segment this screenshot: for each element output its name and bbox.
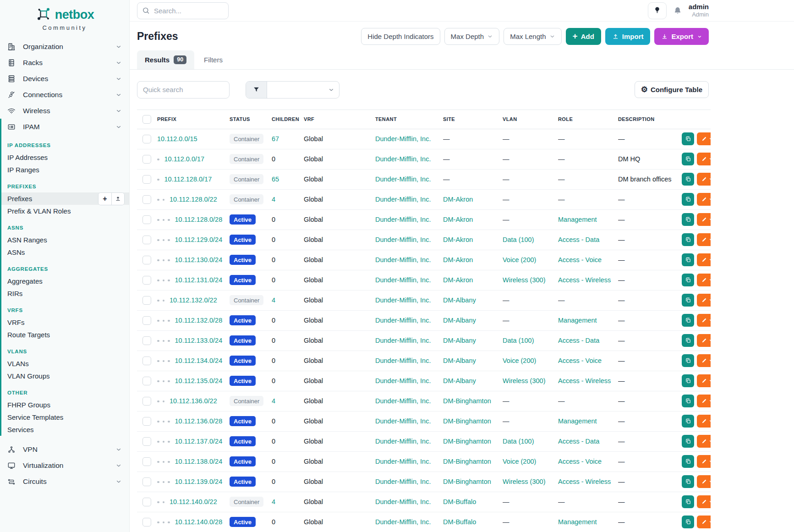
row-checkbox[interactable] — [142, 236, 151, 244]
vlan-link[interactable]: Voice (200) — [503, 256, 536, 263]
row-checkbox[interactable] — [142, 155, 151, 164]
row-checkbox[interactable] — [142, 498, 151, 506]
site-link[interactable]: DM-Binghamton — [443, 417, 491, 425]
sidebar-item-devices[interactable]: Devices — [0, 71, 129, 87]
children-link[interactable]: 4 — [272, 196, 275, 203]
role-link[interactable]: Access - Data — [558, 438, 599, 445]
row-checkbox[interactable] — [142, 417, 151, 426]
configure-table-button[interactable]: ⚙ Configure Table — [635, 81, 709, 98]
clone-button[interactable] — [682, 334, 694, 347]
vlan-link[interactable]: Wireless (300) — [503, 478, 545, 485]
row-checkbox[interactable] — [142, 457, 151, 466]
sidebar-item-vlan-groups[interactable]: VLAN Groups — [1, 370, 129, 382]
edit-button[interactable] — [697, 294, 711, 307]
max-depth-dropdown[interactable]: Max Depth — [444, 28, 500, 45]
site-link[interactable]: DM-Akron — [443, 236, 473, 243]
clone-button[interactable] — [682, 274, 694, 286]
edit-button[interactable] — [697, 516, 711, 528]
sidebar-item-connections[interactable]: Connections — [0, 87, 129, 103]
column-header-description[interactable]: DESCRIPTION — [618, 110, 682, 129]
notifications-bell-icon[interactable] — [674, 6, 682, 15]
sidebar-item-fhrp-groups[interactable]: FHRP Groups — [1, 399, 129, 411]
edit-button[interactable] — [697, 435, 711, 448]
tenant-link[interactable]: Dunder-Mifflin, Inc. — [375, 357, 431, 364]
column-header-role[interactable]: ROLE — [558, 110, 618, 129]
row-checkbox[interactable] — [142, 256, 151, 264]
tenant-link[interactable]: Dunder-Mifflin, Inc. — [375, 135, 431, 143]
sidebar-item-aggregates[interactable]: Aggregates — [1, 275, 129, 287]
netbox-logo[interactable]: netbox — [0, 6, 129, 23]
tenant-link[interactable]: Dunder-Mifflin, Inc. — [375, 417, 431, 425]
prefix-link[interactable]: 10.112.135.0/24 — [175, 377, 223, 384]
add-prefix-button[interactable]: + — [99, 193, 111, 205]
row-checkbox[interactable] — [142, 276, 151, 285]
sidebar-item-route-targets[interactable]: Route Targets — [1, 329, 129, 341]
prefix-link[interactable]: 10.112.140.0/22 — [170, 498, 217, 505]
edit-button[interactable] — [697, 153, 711, 165]
import-prefix-button[interactable] — [111, 193, 124, 205]
edit-button[interactable] — [697, 193, 711, 206]
prefix-link[interactable]: 10.112.136.0/22 — [170, 397, 217, 405]
row-checkbox[interactable] — [142, 175, 151, 184]
site-link[interactable]: DM-Albany — [443, 337, 476, 344]
vlan-link[interactable]: Data (100) — [503, 337, 534, 344]
tenant-link[interactable]: Dunder-Mifflin, Inc. — [375, 397, 431, 405]
site-link[interactable]: DM-Albany — [443, 357, 476, 364]
tenant-link[interactable]: Dunder-Mifflin, Inc. — [375, 478, 431, 485]
sidebar-item-circuits[interactable]: Circuits — [0, 473, 129, 489]
tenant-link[interactable]: Dunder-Mifflin, Inc. — [375, 236, 431, 243]
site-link[interactable]: DM-Binghamton — [443, 397, 491, 405]
column-header-prefix[interactable]: PREFIX — [157, 110, 230, 129]
edit-button[interactable] — [697, 253, 711, 266]
clone-button[interactable] — [682, 435, 694, 448]
role-link[interactable]: Access - Wireless — [558, 478, 611, 485]
row-checkbox[interactable] — [142, 397, 151, 406]
prefix-link[interactable]: 10.112.140.0/28 — [175, 518, 223, 526]
clone-button[interactable] — [682, 153, 694, 165]
search-input[interactable] — [137, 2, 229, 19]
children-link[interactable]: 4 — [272, 397, 275, 405]
role-link[interactable]: Access - Data — [558, 236, 599, 243]
site-link[interactable]: DM-Binghamton — [443, 438, 491, 445]
clone-button[interactable] — [682, 132, 694, 145]
site-link[interactable]: DM-Binghamton — [443, 478, 491, 485]
site-link[interactable]: DM-Binghamton — [443, 458, 491, 465]
max-length-dropdown[interactable]: Max Length — [504, 28, 561, 45]
role-link[interactable]: Management — [558, 518, 597, 526]
prefix-link[interactable]: 10.112.128.0/28 — [175, 216, 223, 223]
role-link[interactable]: Access - Wireless — [558, 377, 611, 384]
edit-button[interactable] — [697, 374, 711, 387]
clone-button[interactable] — [682, 294, 694, 307]
row-checkbox[interactable] — [142, 135, 151, 143]
site-link[interactable]: DM-Akron — [443, 276, 473, 284]
role-link[interactable]: Management — [558, 417, 597, 425]
tenant-link[interactable]: Dunder-Mifflin, Inc. — [375, 256, 431, 263]
clone-button[interactable] — [682, 233, 694, 246]
tenant-link[interactable]: Dunder-Mifflin, Inc. — [375, 276, 431, 284]
role-link[interactable]: Management — [558, 216, 597, 223]
column-header-children[interactable]: CHILDREN — [272, 110, 304, 129]
column-header-status[interactable]: STATUS — [230, 110, 272, 129]
prefix-link[interactable]: 10.112.128.0/22 — [170, 196, 217, 203]
tab-results[interactable]: Results 90 — [137, 50, 194, 69]
tenant-link[interactable]: Dunder-Mifflin, Inc. — [375, 216, 431, 223]
clone-button[interactable] — [682, 395, 694, 407]
sidebar-item-virtualization[interactable]: Virtualization — [0, 457, 129, 473]
clone-button[interactable] — [682, 455, 694, 468]
sidebar-item-wireless[interactable]: Wireless — [0, 103, 129, 119]
export-dropdown[interactable]: Export — [654, 28, 709, 45]
prefix-link[interactable]: 10.112.133.0/24 — [175, 337, 223, 344]
prefix-link[interactable]: 10.112.129.0/24 — [175, 236, 223, 243]
prefix-link[interactable]: 10.112.132.0/28 — [175, 317, 223, 324]
tenant-link[interactable]: Dunder-Mifflin, Inc. — [375, 518, 431, 526]
sidebar-item-racks[interactable]: Racks — [0, 55, 129, 71]
role-link[interactable]: Access - Voice — [558, 256, 602, 263]
clone-button[interactable] — [682, 475, 694, 488]
row-checkbox[interactable] — [142, 316, 151, 325]
edit-button[interactable] — [697, 274, 711, 286]
prefix-link[interactable]: 10.112.137.0/24 — [175, 438, 223, 445]
tenant-link[interactable]: Dunder-Mifflin, Inc. — [375, 176, 431, 183]
site-link[interactable]: DM-Albany — [443, 377, 476, 384]
row-checkbox[interactable] — [142, 356, 151, 365]
edit-button[interactable] — [697, 415, 711, 428]
